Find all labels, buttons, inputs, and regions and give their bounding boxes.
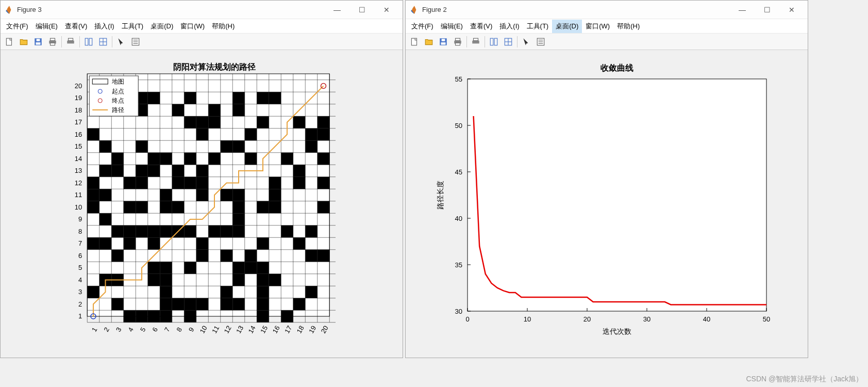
svg-text:收敛曲线: 收敛曲线 xyxy=(600,63,633,72)
save-icon[interactable] xyxy=(437,35,450,49)
svg-rect-108 xyxy=(148,165,160,177)
cursor-icon[interactable] xyxy=(114,35,128,49)
svg-rect-73 xyxy=(208,225,221,237)
layout-icon[interactable] xyxy=(502,35,515,49)
svg-rect-253 xyxy=(494,38,497,45)
svg-rect-95 xyxy=(269,189,281,201)
menu-file[interactable]: 文件(F) xyxy=(3,20,32,33)
maximize-button[interactable]: ☐ xyxy=(755,2,779,18)
svg-text:30: 30 xyxy=(643,315,650,323)
plot-area[interactable]: 01020304050303540455055收敛曲线迭代次数路径长度 xyxy=(406,50,808,358)
svg-rect-66 xyxy=(111,225,124,237)
menu-view[interactable]: 查看(V) xyxy=(61,20,91,33)
svg-rect-28 xyxy=(172,298,185,310)
matlab-icon xyxy=(5,5,14,14)
titlebar: Figure 2 — ☐ ✕ xyxy=(406,1,808,19)
svg-rect-123 xyxy=(232,140,245,153)
svg-rect-248 xyxy=(456,38,460,41)
menu-tools[interactable]: 工具(T) xyxy=(523,20,553,33)
minimize-button[interactable]: — xyxy=(325,2,349,18)
svg-rect-43 xyxy=(160,273,172,286)
svg-text:14: 14 xyxy=(246,324,257,334)
svg-rect-55 xyxy=(221,249,233,262)
properties-icon[interactable] xyxy=(534,35,547,49)
print-icon[interactable] xyxy=(46,35,59,49)
svg-text:35: 35 xyxy=(455,261,462,269)
svg-rect-101 xyxy=(196,176,209,189)
svg-rect-147 xyxy=(257,92,269,104)
svg-rect-148 xyxy=(269,92,281,104)
save-icon[interactable] xyxy=(31,35,45,49)
svg-text:55: 55 xyxy=(455,75,462,83)
menu-file[interactable]: 文件(F) xyxy=(408,20,437,33)
open-icon[interactable] xyxy=(422,35,436,49)
menu-desktop[interactable]: 桌面(D) xyxy=(147,20,177,33)
menu-edit[interactable]: 编辑(E) xyxy=(437,20,466,33)
print-icon[interactable] xyxy=(451,35,464,49)
svg-rect-77 xyxy=(305,225,318,237)
maximize-button[interactable]: ☐ xyxy=(350,2,374,18)
svg-text:9: 9 xyxy=(187,326,196,333)
print-preview-icon[interactable] xyxy=(64,35,77,49)
svg-text:19: 19 xyxy=(307,324,318,334)
new-icon[interactable] xyxy=(408,35,421,49)
svg-text:阴阳对算法规划的路径: 阴阳对算法规划的路径 xyxy=(173,62,256,71)
svg-rect-122 xyxy=(221,140,233,153)
close-button[interactable]: ✕ xyxy=(780,2,804,18)
menu-window[interactable]: 窗口(W) xyxy=(582,20,613,33)
figure-window-2: Figure 2 — ☐ ✕ 文件(F) 编辑(E) 查看(V) 插入(I) 工… xyxy=(405,0,808,358)
svg-text:18: 18 xyxy=(295,324,305,334)
svg-rect-57 xyxy=(305,249,318,262)
svg-rect-117 xyxy=(245,152,257,165)
menu-window[interactable]: 窗口(W) xyxy=(177,20,208,33)
close-button[interactable]: ✕ xyxy=(375,2,398,18)
svg-rect-145 xyxy=(184,92,196,104)
layout-icon[interactable] xyxy=(96,35,110,49)
svg-rect-144 xyxy=(148,92,160,104)
menu-help[interactable]: 帮助(H) xyxy=(613,20,643,33)
menu-view[interactable]: 查看(V) xyxy=(466,20,496,33)
svg-text:4: 4 xyxy=(78,276,82,283)
dock-icon[interactable] xyxy=(82,35,95,49)
svg-rect-79 xyxy=(232,213,245,225)
svg-rect-96 xyxy=(87,176,99,189)
svg-text:7: 7 xyxy=(163,326,172,333)
dock-icon[interactable] xyxy=(487,35,500,49)
svg-rect-91 xyxy=(160,189,172,201)
svg-text:1: 1 xyxy=(78,312,82,320)
menu-edit[interactable]: 编辑(E) xyxy=(32,20,61,33)
svg-rect-24 xyxy=(257,310,269,322)
svg-text:0: 0 xyxy=(465,315,469,323)
svg-text:8: 8 xyxy=(175,326,183,333)
minimize-button[interactable]: — xyxy=(730,2,754,18)
print-preview-icon[interactable] xyxy=(469,35,482,49)
svg-rect-5 xyxy=(51,38,55,41)
menu-desktop[interactable]: 桌面(D) xyxy=(552,20,582,33)
svg-rect-94 xyxy=(232,189,245,201)
svg-rect-93 xyxy=(221,189,233,201)
svg-text:20: 20 xyxy=(75,82,82,89)
svg-rect-27 xyxy=(160,298,172,310)
open-icon[interactable] xyxy=(17,35,30,49)
svg-rect-128 xyxy=(305,128,318,140)
svg-rect-249 xyxy=(456,43,460,45)
plot-area[interactable]: 1122334455667788991010111112121313141415… xyxy=(1,50,403,358)
menu-tools[interactable]: 工具(T) xyxy=(118,20,147,33)
svg-rect-33 xyxy=(257,298,269,310)
svg-text:7: 7 xyxy=(78,239,82,247)
menu-help[interactable]: 帮助(H) xyxy=(208,20,238,33)
properties-icon[interactable] xyxy=(129,35,142,49)
watermark: CSDN @智能算法研学社（Jack旭） xyxy=(746,375,863,384)
svg-text:路径: 路径 xyxy=(112,106,124,114)
menu-insert[interactable]: 插入(I) xyxy=(496,20,523,33)
new-icon[interactable] xyxy=(3,35,16,49)
svg-rect-0 xyxy=(6,38,11,45)
svg-rect-246 xyxy=(442,39,445,41)
matlab-icon xyxy=(410,5,419,14)
svg-text:13: 13 xyxy=(235,324,245,334)
svg-rect-58 xyxy=(318,249,330,262)
svg-rect-29 xyxy=(184,298,196,310)
cursor-icon[interactable] xyxy=(520,35,533,49)
menu-insert[interactable]: 插入(I) xyxy=(91,20,118,33)
svg-rect-32 xyxy=(232,298,245,310)
